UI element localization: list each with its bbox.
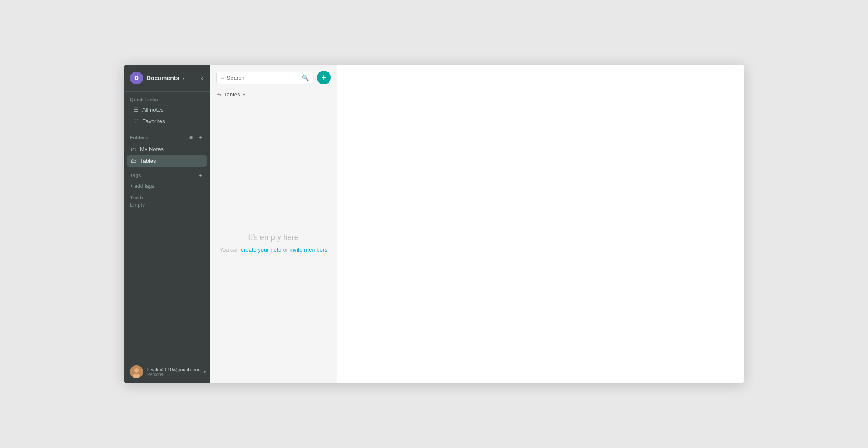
user-plan: Personal	[147, 372, 199, 377]
collapse-sidebar-button[interactable]: ‹	[200, 73, 204, 83]
add-tag-button[interactable]: +	[197, 171, 204, 180]
folder-icon: 🗁	[131, 158, 136, 164]
all-notes-label: All notes	[142, 106, 164, 113]
search-icon: 🔍	[302, 75, 309, 81]
sort-folders-button[interactable]: ≡	[188, 133, 195, 142]
add-tags-item[interactable]: + add tags	[127, 181, 208, 191]
empty-or: or	[282, 246, 290, 253]
add-folder-button[interactable]: +	[197, 133, 204, 142]
notes-list-panel: ≡ 🔍 + 🗁 Tables ▾ It's empty here You can…	[210, 65, 337, 383]
notes-empty-state: It's empty here You can create your note…	[210, 102, 337, 383]
notes-folder-header: 🗁 Tables ▾	[210, 89, 337, 102]
tables-label: Tables	[140, 158, 156, 164]
tags-label: Tags	[130, 173, 141, 178]
empty-title: It's empty here	[248, 233, 298, 242]
notes-icon: ☰	[133, 106, 139, 113]
workspace-chevron-icon: ▾	[183, 76, 185, 81]
user-chevron-icon: ▾	[204, 370, 206, 374]
app-window: D Documents ▾ ‹ Quick Links ☰ All notes …	[124, 65, 744, 383]
quick-links-label: Quick Links	[130, 97, 204, 102]
folder-small-icon: 🗁	[216, 92, 221, 98]
sidebar: D Documents ▾ ‹ Quick Links ☰ All notes …	[124, 65, 210, 383]
sidebar-item-all-notes[interactable]: ☰ All notes	[130, 104, 204, 115]
heart-icon: ♡	[133, 118, 139, 124]
folders-section-header: Folders ≡ +	[124, 129, 210, 143]
tags-section-header: Tags +	[124, 167, 210, 181]
folders-label: Folders	[130, 135, 148, 140]
invite-members-link[interactable]: invite members	[289, 246, 327, 253]
sidebar-item-my-notes[interactable]: 🗁 My Notes	[127, 143, 207, 155]
create-note-link[interactable]: create your note	[241, 246, 282, 253]
workspace-avatar: D	[130, 72, 143, 84]
sidebar-item-favorites[interactable]: ♡ Favorites	[130, 115, 204, 127]
workspace-name: Documents	[146, 75, 179, 81]
search-bar[interactable]: ≡ 🔍	[216, 72, 313, 84]
trash-label: Trash	[124, 191, 210, 201]
folder-chevron-icon: ▾	[243, 92, 245, 97]
add-note-button[interactable]: +	[317, 71, 331, 84]
empty-subtitle: You can create your note or invite membe…	[219, 246, 327, 253]
favorites-label: Favorites	[142, 118, 165, 124]
current-folder-name: Tables	[224, 91, 240, 98]
sidebar-header: D Documents ▾ ‹	[124, 65, 210, 92]
svg-point-1	[134, 368, 139, 373]
empty-prefix: You can	[219, 246, 241, 253]
workspace-selector[interactable]: D Documents ▾	[130, 72, 185, 84]
search-input[interactable]	[227, 75, 299, 81]
user-email: k.valeri2010@gmail.com	[147, 367, 199, 372]
trash-empty-button[interactable]: Empty	[124, 201, 210, 211]
main-content	[337, 65, 744, 383]
quick-links-section: Quick Links ☰ All notes ♡ Favorites	[124, 92, 210, 129]
my-notes-label: My Notes	[140, 146, 164, 152]
user-profile[interactable]: k.valeri2010@gmail.com Personal ▾	[124, 360, 210, 383]
folder-icon: 🗁	[131, 146, 136, 152]
sidebar-item-tables[interactable]: 🗁 Tables	[127, 155, 207, 167]
filter-icon: ≡	[221, 75, 224, 81]
user-info: k.valeri2010@gmail.com Personal	[147, 367, 199, 377]
notes-list-header: ≡ 🔍 +	[210, 65, 337, 89]
user-avatar	[130, 365, 143, 378]
